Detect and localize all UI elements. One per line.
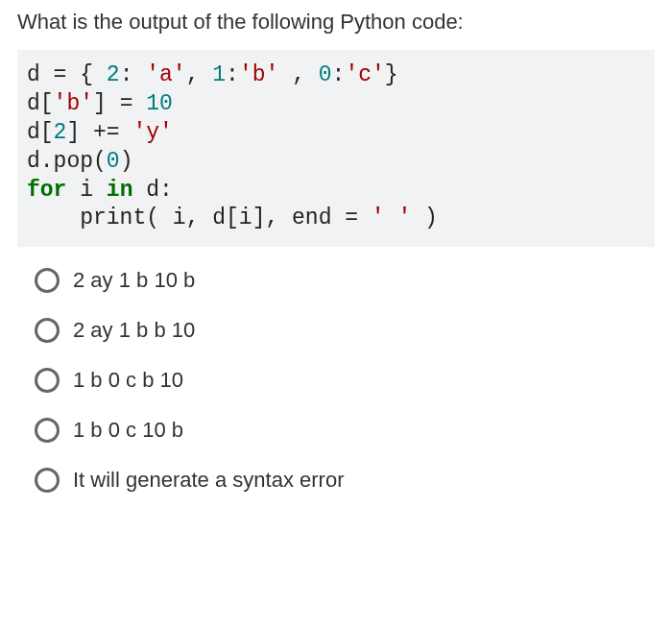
code-text: d = {: [27, 62, 107, 87]
code-number: 0: [319, 62, 332, 87]
answer-options: 2 ay 1 b 10 b 2 ay 1 b b 10 1 b 0 c b 10…: [17, 268, 655, 493]
code-string: ' ': [372, 206, 411, 230]
code-text: }: [385, 62, 398, 87]
radio-icon[interactable]: [35, 318, 60, 343]
option-label: It will generate a syntax error: [73, 468, 344, 493]
code-number: 1: [212, 62, 226, 87]
radio-icon[interactable]: [35, 468, 60, 493]
option-row-4[interactable]: It will generate a syntax error: [35, 468, 655, 493]
option-row-1[interactable]: 2 ay 1 b b 10: [35, 318, 655, 343]
code-text: d[: [27, 91, 54, 116]
option-label: 2 ay 1 b 10 b: [73, 268, 195, 293]
code-text: print( i, d[i], end =: [27, 206, 372, 230]
code-keyword: for: [27, 178, 66, 203]
code-string: 'b': [54, 91, 93, 116]
code-text: d:: [132, 178, 172, 203]
code-text: ): [120, 149, 133, 174]
code-text: ] +=: [66, 120, 132, 145]
code-text: d.pop(: [27, 149, 107, 174]
code-text: ,: [278, 62, 318, 87]
question-prompt: What is the output of the following Pyth…: [17, 10, 655, 35]
radio-icon[interactable]: [35, 268, 60, 293]
code-number: 2: [54, 120, 67, 145]
code-text: ): [411, 206, 438, 230]
code-number: 2: [107, 62, 120, 87]
code-string: 'a': [146, 62, 185, 87]
code-text: ] =: [93, 91, 146, 116]
code-string: 'b': [239, 62, 278, 87]
code-text: d[: [27, 120, 54, 145]
code-string: 'y': [132, 120, 172, 145]
code-text: :: [120, 62, 147, 87]
option-row-2[interactable]: 1 b 0 c b 10: [35, 368, 655, 393]
option-row-0[interactable]: 2 ay 1 b 10 b: [35, 268, 655, 293]
option-label: 1 b 0 c 10 b: [73, 418, 183, 443]
code-text: :: [332, 62, 346, 87]
option-label: 2 ay 1 b b 10: [73, 318, 195, 343]
code-string: 'c': [345, 62, 384, 87]
code-text: i: [66, 178, 106, 203]
code-number: 0: [107, 149, 120, 174]
option-row-3[interactable]: 1 b 0 c 10 b: [35, 418, 655, 443]
radio-icon[interactable]: [35, 368, 60, 393]
option-label: 1 b 0 c b 10: [73, 368, 183, 393]
code-text: ,: [186, 62, 213, 87]
code-number: 10: [146, 91, 173, 116]
code-block: d = { 2: 'a', 1:'b' , 0:'c'} d['b'] = 10…: [17, 50, 655, 247]
code-text: :: [226, 62, 239, 87]
radio-icon[interactable]: [35, 418, 60, 443]
code-keyword: in: [107, 178, 133, 203]
